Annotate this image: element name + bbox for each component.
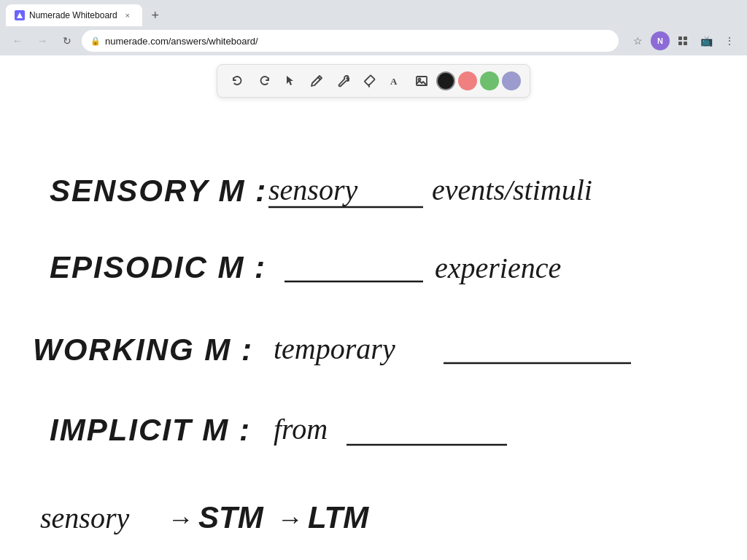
bookmark-button[interactable]: ☆ bbox=[627, 31, 648, 51]
svg-text:EPISODIC  M :: EPISODIC M : bbox=[50, 250, 266, 284]
svg-text:IMPLICIT  M :: IMPLICIT M : bbox=[50, 413, 251, 447]
profile-avatar[interactable]: N bbox=[651, 31, 670, 50]
svg-text:→: → bbox=[277, 504, 303, 534]
url-bar[interactable]: 🔒 numerade.com/answers/whiteboard/ bbox=[82, 30, 619, 52]
whiteboard-drawing: SENSORY M : sensory events/stimuli EPISO… bbox=[0, 55, 747, 560]
svg-text:WORKING  M :: WORKING M : bbox=[33, 332, 253, 367]
forward-button[interactable]: → bbox=[32, 31, 53, 51]
active-tab[interactable]: Numerade Whiteboard × bbox=[6, 4, 142, 26]
menu-button[interactable]: ⋮ bbox=[719, 31, 740, 51]
svg-text:sensory: sensory bbox=[268, 174, 357, 206]
refresh-button[interactable]: ↻ bbox=[57, 31, 77, 51]
tab-bar: Numerade Whiteboard × + bbox=[0, 0, 747, 26]
svg-text:LTM: LTM bbox=[308, 500, 369, 534]
browser-actions: ☆ N 📺 ⋮ bbox=[627, 31, 740, 51]
whiteboard-container[interactable]: A SENSORY M : sensory events/stimuli EPI… bbox=[0, 55, 747, 560]
svg-text:temporary: temporary bbox=[274, 332, 395, 365]
tab-title: Numerade Whiteboard bbox=[29, 10, 117, 20]
svg-text:STM: STM bbox=[198, 500, 264, 534]
svg-text:→: → bbox=[168, 504, 194, 534]
browser-chrome: Numerade Whiteboard × + ← → ↻ 🔒 numerade… bbox=[0, 0, 747, 55]
address-bar: ← → ↻ 🔒 numerade.com/answers/whiteboard/… bbox=[0, 26, 747, 55]
lock-icon: 🔒 bbox=[90, 36, 101, 46]
svg-text:from: from bbox=[274, 413, 328, 446]
new-tab-button[interactable]: + bbox=[145, 5, 166, 26]
svg-rect-0 bbox=[678, 36, 682, 40]
svg-text:SENSORY M :: SENSORY M : bbox=[50, 174, 267, 208]
tab-favicon bbox=[15, 10, 25, 20]
tab-close-button[interactable]: × bbox=[122, 9, 133, 21]
svg-text:events/stimuli: events/stimuli bbox=[432, 174, 592, 206]
cast-button[interactable]: 📺 bbox=[696, 31, 716, 51]
back-button[interactable]: ← bbox=[7, 31, 28, 51]
svg-text:sensory: sensory bbox=[40, 502, 129, 534]
svg-text:experience: experience bbox=[435, 252, 561, 284]
svg-rect-2 bbox=[678, 42, 682, 45]
svg-rect-1 bbox=[684, 36, 687, 40]
extensions-button[interactable] bbox=[673, 31, 693, 51]
svg-rect-3 bbox=[684, 42, 687, 45]
url-text: numerade.com/answers/whiteboard/ bbox=[105, 36, 258, 47]
